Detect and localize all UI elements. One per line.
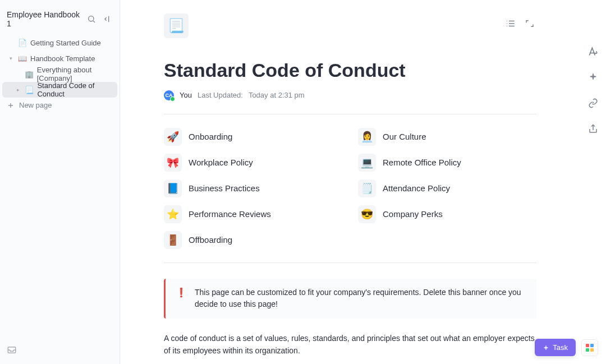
caret-right-icon[interactable]: ▸ bbox=[15, 87, 21, 93]
caret-down-icon[interactable]: ▾ bbox=[7, 56, 15, 61]
apps-grid-icon bbox=[586, 344, 594, 352]
link-icon[interactable] bbox=[586, 96, 600, 110]
svg-point-0 bbox=[89, 16, 94, 21]
search-icon[interactable] bbox=[86, 13, 97, 25]
new-page-button[interactable]: New page bbox=[0, 98, 120, 113]
card-label: Remote Office Policy bbox=[383, 158, 461, 167]
apps-fab-button[interactable] bbox=[581, 339, 598, 356]
card-label: Business Practices bbox=[189, 183, 260, 193]
card-performance-reviews[interactable]: ⭐ Performance Reviews bbox=[164, 205, 342, 223]
callout-banner: ❗ This page can be customized to fit you… bbox=[164, 279, 536, 319]
expand-icon[interactable] bbox=[523, 17, 536, 30]
rocket-icon: 🚀 bbox=[164, 128, 182, 146]
list-view-icon[interactable] bbox=[504, 17, 517, 30]
new-page-label: New page bbox=[19, 101, 52, 109]
card-label: Our Culture bbox=[383, 132, 426, 141]
body-paragraph: A code of conduct is a set of values, ru… bbox=[164, 332, 536, 357]
notepad-icon: 🗒️ bbox=[358, 179, 376, 197]
sunglasses-icon: 😎 bbox=[358, 205, 376, 223]
card-offboarding[interactable]: 🚪 Offboarding bbox=[164, 231, 342, 249]
sidebar-footer bbox=[0, 338, 120, 364]
divider bbox=[164, 262, 536, 263]
card-remote-office-policy[interactable]: 💻 Remote Office Policy bbox=[358, 154, 536, 172]
card-label: Offboarding bbox=[189, 235, 232, 245]
sidebar-item-everything-about-company[interactable]: 🏢 Everything about [Company] bbox=[2, 66, 117, 82]
card-label: Onboarding bbox=[189, 132, 232, 141]
sidebar-item-getting-started[interactable]: 📄 Getting Started Guide bbox=[2, 35, 117, 50]
ai-sparkle-icon[interactable] bbox=[586, 71, 600, 84]
card-label: Attendance Policy bbox=[383, 183, 450, 193]
woman-office-icon: 👩‍💼 bbox=[358, 128, 376, 146]
inbox-icon[interactable] bbox=[7, 347, 17, 357]
sidebar-item-handbook-template[interactable]: ▾ 📖 Handbook Template bbox=[2, 50, 117, 66]
ribbon-icon: 🎀 bbox=[164, 154, 182, 172]
author-you: You bbox=[180, 91, 192, 99]
page-title: Standard Code of Conduct bbox=[164, 58, 536, 82]
collapse-sidebar-icon[interactable] bbox=[102, 13, 113, 25]
page-meta: CA You Last Updated: Today at 2:31 pm bbox=[164, 90, 536, 100]
card-workplace-policy[interactable]: 🎀 Workplace Policy bbox=[164, 154, 342, 172]
task-fab-label: Task bbox=[553, 343, 568, 352]
workspace-title[interactable]: Employee Handbook 1 bbox=[7, 10, 81, 28]
sidebar-item-standard-code-of-conduct[interactable]: ▸ 📃 Standard Code of Conduct bbox=[2, 82, 117, 98]
sidebar-tree: 📄 Getting Started Guide ▾ 📖 Handbook Tem… bbox=[0, 35, 120, 98]
card-label: Performance Reviews bbox=[189, 209, 271, 219]
page-icon: 📄 bbox=[18, 38, 27, 47]
exclamation-icon: ❗ bbox=[176, 287, 187, 311]
tree-item-label: Handbook Template bbox=[30, 54, 95, 63]
card-business-practices[interactable]: 📘 Business Practices bbox=[164, 179, 342, 197]
typography-icon[interactable] bbox=[586, 45, 600, 58]
card-our-culture[interactable]: 👩‍💼 Our Culture bbox=[358, 128, 536, 146]
share-icon[interactable] bbox=[586, 122, 600, 136]
right-rail bbox=[580, 0, 606, 364]
sidebar-header: Employee Handbook 1 bbox=[0, 0, 120, 35]
updated-prefix: Last Updated: bbox=[198, 91, 243, 99]
svg-line-1 bbox=[93, 21, 95, 22]
card-company-perks[interactable]: 😎 Company Perks bbox=[358, 205, 536, 223]
avatar[interactable]: CA bbox=[164, 90, 174, 100]
laptop-icon: 💻 bbox=[358, 154, 376, 172]
tree-item-label: Getting Started Guide bbox=[30, 39, 101, 47]
door-icon: 🚪 bbox=[164, 231, 182, 249]
card-label: Workplace Policy bbox=[189, 158, 253, 167]
tree-item-label: Standard Code of Conduct bbox=[37, 81, 114, 98]
callout-text: This page can be customized to fit your … bbox=[195, 287, 527, 311]
updated-value: Today at 2:31 pm bbox=[249, 91, 305, 99]
main-content: 📃 Standard Code of Conduct CA You Last U… bbox=[120, 0, 580, 364]
card-label: Company Perks bbox=[383, 209, 443, 219]
divider bbox=[164, 114, 536, 114]
page-emoji[interactable]: 📃 bbox=[164, 13, 189, 38]
task-fab-button[interactable]: Task bbox=[535, 339, 576, 356]
card-attendance-policy[interactable]: 🗒️ Attendance Policy bbox=[358, 179, 536, 197]
star-icon: ⭐ bbox=[164, 205, 182, 223]
tree-item-label: Everything about [Company] bbox=[37, 66, 114, 82]
building-icon: 🏢 bbox=[25, 70, 34, 79]
link-cards: 🚀 Onboarding 👩‍💼 Our Culture 🎀 Workplace… bbox=[164, 128, 536, 249]
card-onboarding[interactable]: 🚀 Onboarding bbox=[164, 128, 342, 146]
blue-book-icon: 📘 bbox=[164, 179, 182, 197]
book-icon: 📖 bbox=[18, 54, 27, 63]
sidebar: Employee Handbook 1 📄 Getting Started Gu… bbox=[0, 0, 120, 364]
page-icon: 📃 bbox=[25, 85, 34, 94]
